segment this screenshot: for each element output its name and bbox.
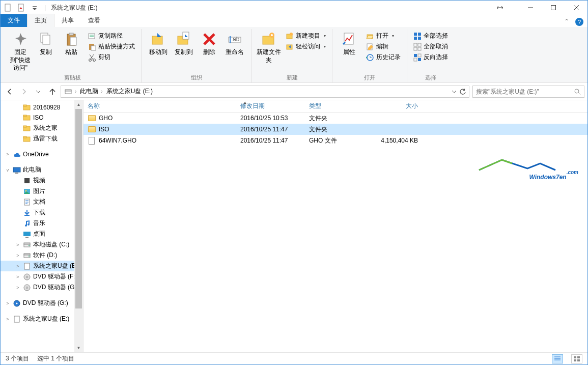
- delete-button[interactable]: 删除: [197, 29, 222, 57]
- file-row[interactable]: ISO2016/10/25 11:47文件夹: [83, 124, 587, 135]
- properties-icon[interactable]: [16, 2, 27, 13]
- svg-rect-39: [414, 47, 417, 50]
- breadcrumb-item[interactable]: 系统之家U盘 (E:): [105, 87, 154, 96]
- tree-item[interactable]: 图片: [1, 186, 83, 196]
- search-input[interactable]: [476, 88, 574, 95]
- recent-dropdown[interactable]: [32, 86, 44, 98]
- edit-button[interactable]: 编辑: [364, 42, 403, 51]
- svg-rect-10: [69, 33, 73, 35]
- paste-icon: [63, 31, 79, 47]
- tree-item[interactable]: >DVD 驱动器 (F:): [1, 271, 83, 282]
- file-row[interactable]: GHO2016/10/25 10:53文件夹: [83, 113, 587, 124]
- forward-button[interactable]: [18, 86, 30, 98]
- tree-item[interactable]: 20160928: [1, 102, 83, 113]
- file-row[interactable]: 64WIN7.GHO2016/10/25 11:47GHO 文件4,150,40…: [83, 135, 587, 146]
- address-dropdown-icon[interactable]: [452, 89, 457, 94]
- help-button[interactable]: ?: [575, 18, 583, 26]
- dvd-blue-icon: [13, 299, 21, 307]
- back-button[interactable]: [4, 86, 16, 98]
- search-box[interactable]: [472, 86, 584, 98]
- history-button[interactable]: 历史记录: [364, 52, 403, 62]
- maximize-button[interactable]: [542, 1, 565, 15]
- cut-button[interactable]: 剪切: [86, 52, 137, 62]
- invert-selection-button[interactable]: 反向选择: [411, 52, 450, 62]
- col-header-size[interactable]: 大小: [371, 102, 422, 110]
- scroll-down-button[interactable]: ▼: [74, 344, 83, 352]
- svg-point-72: [29, 256, 30, 257]
- easy-access-icon: [286, 43, 294, 51]
- tree-item[interactable]: >系统之家U盘 (E:): [1, 261, 83, 271]
- folder-icon: [88, 125, 96, 133]
- scroll-up-button[interactable]: ▲: [74, 100, 83, 109]
- svg-rect-50: [23, 105, 26, 106]
- file-icon: [88, 136, 96, 145]
- titlebar: | 系统之家U盘 (E:): [1, 1, 587, 15]
- col-header-type[interactable]: 类型: [305, 102, 371, 110]
- watermark-logo: Windows7en.com: [529, 166, 578, 183]
- ribbon: 固定到"快速访问" 复制 粘贴 复制路径 粘贴快捷方式 剪切 剪贴板 移动到 复…: [1, 27, 587, 83]
- easy-access-button[interactable]: 轻松访问▾: [284, 42, 328, 51]
- copy-path-button[interactable]: 复制路径: [86, 31, 137, 41]
- tree-item[interactable]: v此电脑: [1, 164, 83, 175]
- tree-item[interactable]: >OneDrive: [1, 149, 83, 159]
- minimize-button[interactable]: [519, 1, 542, 15]
- tree-item[interactable]: 桌面: [1, 229, 83, 239]
- collapse-ribbon-button[interactable]: ⌃: [560, 16, 573, 27]
- svg-rect-33: [414, 33, 417, 36]
- tree-item[interactable]: 下载: [1, 207, 83, 218]
- copy-to-button[interactable]: 复制到: [171, 29, 197, 57]
- onedrive-icon: [13, 150, 21, 158]
- select-all-button[interactable]: 全部选择: [411, 31, 450, 41]
- refresh-icon[interactable]: [459, 88, 467, 96]
- resize-icon[interactable]: [496, 4, 503, 11]
- group-label-new: 新建: [287, 74, 298, 82]
- col-header-date[interactable]: 修改日期: [236, 102, 305, 110]
- tree-item[interactable]: 系统之家: [1, 123, 83, 133]
- col-header-name[interactable]: 名称: [83, 102, 236, 110]
- svg-rect-65: [23, 232, 31, 236]
- scroll-thumb[interactable]: [75, 109, 82, 308]
- qat-dropdown-icon[interactable]: [29, 2, 40, 13]
- tab-home[interactable]: 主页: [27, 14, 54, 27]
- properties-button[interactable]: 属性: [337, 29, 362, 57]
- tree-item[interactable]: 文档: [1, 196, 83, 207]
- paste-button[interactable]: 粘贴: [59, 29, 84, 57]
- svg-rect-73: [24, 263, 30, 269]
- copy-button[interactable]: 复制: [33, 29, 59, 57]
- view-icons-button[interactable]: [571, 354, 582, 363]
- paste-shortcut-button[interactable]: 粘贴快捷方式: [86, 42, 137, 51]
- folder-icon: [23, 114, 31, 122]
- tree-item[interactable]: ISO: [1, 113, 83, 123]
- group-label-select: 选择: [425, 74, 436, 82]
- tab-view[interactable]: 查看: [81, 14, 107, 27]
- new-doc-icon[interactable]: [3, 2, 14, 13]
- tree-item[interactable]: 音乐: [1, 218, 83, 229]
- tree-item[interactable]: 视频: [1, 175, 83, 186]
- new-folder-button[interactable]: 新建文件夹: [256, 29, 282, 64]
- rename-button[interactable]: ab重命名: [222, 29, 247, 57]
- tree-item[interactable]: >系统之家U盘 (E:): [1, 314, 83, 324]
- tab-share[interactable]: 共享: [54, 14, 81, 27]
- rename-icon: ab: [227, 31, 243, 47]
- breadcrumb-item[interactable]: 此电脑›: [79, 87, 105, 96]
- ribbon-group-open: 属性 打开▾ 编辑 历史记录 打开: [332, 29, 407, 82]
- move-to-button[interactable]: 移动到: [146, 29, 171, 57]
- new-item-button[interactable]: 新建项目▾: [284, 31, 328, 41]
- tree-item[interactable]: >软件 (D:): [1, 250, 83, 261]
- tree-item[interactable]: >本地磁盘 (C:): [1, 239, 83, 250]
- close-button[interactable]: [565, 1, 587, 15]
- tab-file[interactable]: 文件: [1, 14, 27, 27]
- select-none-button[interactable]: 全部取消: [411, 42, 450, 51]
- address-bar[interactable]: › 此电脑› 系统之家U盘 (E:): [61, 86, 469, 98]
- desktop-icon: [23, 230, 31, 238]
- tree-scrollbar[interactable]: ▲ ▼: [74, 100, 83, 352]
- tree-item[interactable]: >DVD 驱动器 (G:): [1, 282, 83, 293]
- open-button[interactable]: 打开▾: [364, 31, 403, 41]
- tree-item[interactable]: >DVD 驱动器 (G:): [1, 298, 83, 308]
- folder-icon: [88, 114, 96, 122]
- view-details-button[interactable]: [552, 354, 563, 363]
- pin-to-quick-button[interactable]: 固定到"快速访问": [8, 29, 33, 72]
- pictures-icon: [23, 187, 31, 195]
- up-button[interactable]: [46, 86, 59, 98]
- tree-item[interactable]: 迅雷下载: [1, 133, 83, 144]
